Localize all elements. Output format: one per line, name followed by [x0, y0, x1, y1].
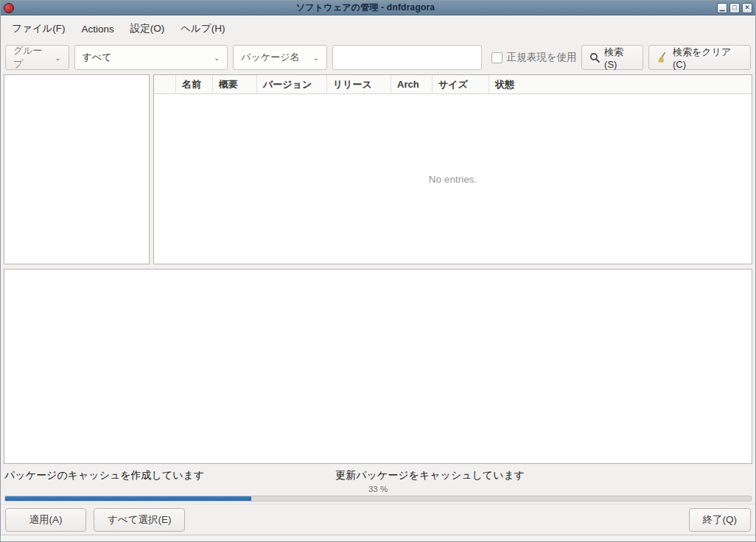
titlebar[interactable]: ソフトウェアの管理 - dnfdragora ▁ □ ✕ [1, 1, 755, 15]
menu-item-help[interactable]: ヘルプ(H) [174, 18, 231, 39]
column-header-select[interactable] [154, 75, 176, 94]
progress-percent-label: 33 % [4, 485, 752, 496]
group-dropdown-button[interactable]: グループ ⌄ [5, 45, 69, 70]
chevron-down-icon: ⌄ [312, 54, 318, 62]
package-table-header: 名前 概要 バージョン リリース Arch サイズ 状態 [154, 75, 752, 94]
column-header-release[interactable]: リリース [327, 75, 391, 94]
quit-button[interactable]: 終了(Q) [689, 508, 752, 532]
minimize-button[interactable]: ▁ [717, 3, 727, 13]
progress-bar [4, 496, 752, 501]
search-button-label: 検索(S) [604, 46, 635, 70]
footer: 適用(A) すべて選択(E) 終了(Q) [1, 504, 755, 535]
clear-search-button[interactable]: 検索をクリア(C) [648, 45, 751, 70]
menu-item-file[interactable]: ファイル(F) [5, 18, 72, 39]
empty-table-text: No entries. [429, 174, 477, 185]
progress-bar-fill [5, 496, 251, 501]
maximize-button[interactable]: □ [729, 3, 740, 13]
group-dropdown-label: グループ [13, 44, 49, 71]
broom-icon [657, 52, 668, 63]
toolbar: グループ ⌄ すべて ⌄ パッケージ名 ⌄ 正規表現を使用 検索(S) [1, 42, 755, 73]
regex-checkbox[interactable] [491, 52, 503, 63]
status-right-text: 更新パッケージをキャッシュしています [335, 469, 525, 482]
close-button[interactable]: ✕ [742, 3, 752, 13]
package-details-panel[interactable] [4, 269, 752, 464]
package-table-body[interactable]: No entries. [154, 94, 752, 264]
chevron-down-icon: ⌄ [55, 54, 60, 62]
search-field-combobox-value: パッケージ名 [241, 51, 299, 64]
column-header-name[interactable]: 名前 [176, 75, 213, 94]
column-header-size[interactable]: サイズ [433, 75, 489, 94]
column-header-status[interactable]: 状態 [489, 75, 752, 94]
status-left-text: パッケージのキャッシュを作成しています [4, 469, 204, 482]
column-header-arch[interactable]: Arch [391, 75, 433, 94]
apply-button[interactable]: 適用(A) [5, 508, 86, 532]
column-header-summary[interactable]: 概要 [213, 75, 257, 94]
menubar: ファイル(F) Actions 設定(O) ヘルプ(H) [1, 15, 755, 42]
select-all-button[interactable]: すべて選択(E) [94, 508, 185, 532]
filter-combobox-value: すべて [83, 51, 112, 64]
main-area: 名前 概要 バージョン リリース Arch サイズ 状態 No entries. [1, 73, 755, 267]
progress-area: 33 % [1, 485, 755, 504]
dnfdragora-window: ソフトウェアの管理 - dnfdragora ▁ □ ✕ ファイル(F) Act… [0, 0, 756, 542]
search-field-combobox[interactable]: パッケージ名 ⌄ [233, 45, 327, 70]
window-bottom-edge [1, 535, 755, 541]
chevron-down-icon: ⌄ [214, 54, 220, 62]
menu-item-settings[interactable]: 設定(O) [124, 18, 172, 39]
window-title: ソフトウェアの管理 - dnfdragora [14, 1, 717, 14]
regex-checkbox-label[interactable]: 正規表現を使用 [507, 51, 577, 64]
clear-search-button-label: 検索をクリア(C) [673, 46, 743, 70]
search-button[interactable]: 検索(S) [581, 45, 643, 70]
filter-combobox[interactable]: すべて ⌄ [74, 45, 228, 70]
search-icon [589, 52, 601, 63]
package-table: 名前 概要 バージョン リリース Arch サイズ 状態 No entries. [153, 74, 752, 264]
column-header-version[interactable]: バージョン [257, 75, 327, 94]
dnfdragora-app-icon [4, 3, 14, 13]
menu-item-actions[interactable]: Actions [75, 20, 121, 38]
status-bar: パッケージのキャッシュを作成しています 更新パッケージをキャッシュしています [1, 467, 755, 485]
groups-panel[interactable] [4, 74, 150, 264]
search-input[interactable] [332, 45, 482, 70]
